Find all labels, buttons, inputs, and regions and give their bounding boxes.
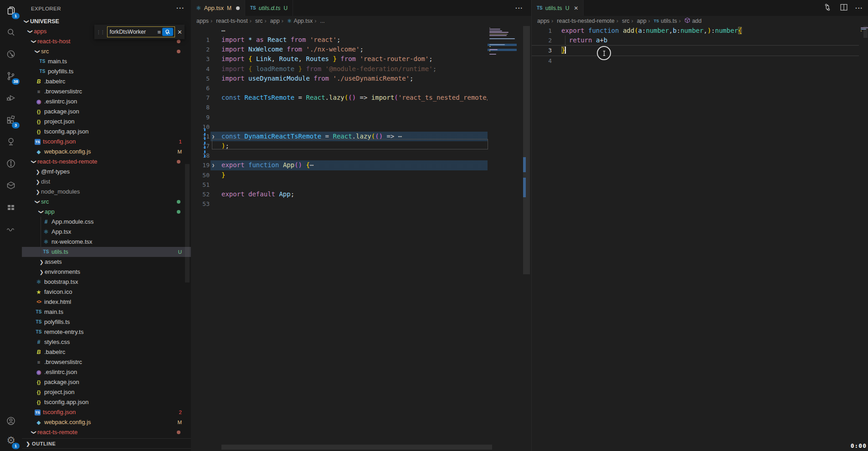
- chevron-icon[interactable]: ❯: [26, 28, 36, 35]
- code-line[interactable]: ⋯: [191, 26, 488, 35]
- filter-icon[interactable]: ≡: [158, 29, 161, 36]
- code-line[interactable]: 18: [191, 151, 488, 160]
- sidebar-scrollbar[interactable]: [185, 164, 190, 282]
- code-line[interactable]: 4: [532, 56, 859, 66]
- tree-item-environments[interactable]: ❯environments: [22, 267, 191, 277]
- tree-item-utils-ts[interactable]: TSutils.tsU: [22, 247, 191, 257]
- tree-item-styles-css[interactable]: #styles.css: [22, 337, 191, 347]
- breadcrumb-item[interactable]: app: [632, 18, 647, 24]
- code-line[interactable]: 3import { Link, Route, Routes } from 're…: [191, 54, 488, 64]
- settings-gear-icon[interactable]: ⚙ 1: [0, 430, 22, 451]
- code-line[interactable]: 19❯export function App() {⋯: [191, 160, 488, 170]
- tree-item--eslintrc-json[interactable]: ◉.eslintrc.json: [22, 367, 191, 377]
- tree-item--babelrc[interactable]: B.babelrc: [22, 347, 191, 357]
- tree-item-project-json[interactable]: {}project.json: [22, 387, 191, 397]
- account-icon[interactable]: [0, 410, 22, 431]
- tree-item-nx-welcome-tsx[interactable]: ⚛nx-welcome.tsx: [22, 237, 191, 247]
- breadcrumb-item[interactable]: react-ts-host: [211, 18, 248, 24]
- vertical-scrollbar[interactable]: [523, 26, 530, 274]
- close-tab-icon[interactable]: [574, 5, 578, 11]
- chevron-icon[interactable]: ❯: [29, 159, 39, 165]
- code-line[interactable]: 10: [191, 122, 488, 132]
- breadcrumb-item[interactable]: src: [616, 18, 630, 24]
- code-editor[interactable]: 1export function add(a:number,b:number,)…: [532, 26, 859, 66]
- tree-item-tsconfig-json[interactable]: TStsconfig.json2: [22, 407, 191, 417]
- breadcrumb-item[interactable]: add: [679, 17, 702, 25]
- vertical-scrollbar[interactable]: [863, 26, 868, 38]
- gitlens-icon[interactable]: [0, 153, 22, 174]
- chevron-icon[interactable]: ❯: [22, 18, 32, 25]
- extensions-icon[interactable]: 3: [0, 109, 22, 130]
- chevron-icon[interactable]: ❯: [33, 48, 43, 55]
- run-debug-icon[interactable]: [0, 87, 22, 108]
- tree-item-favicon-ico[interactable]: ★favicon.ico: [22, 287, 191, 297]
- tree-item-src[interactable]: ❯src: [22, 46, 191, 56]
- more-actions-icon[interactable]: [855, 5, 863, 12]
- breadcrumb-item[interactable]: TSutils.ts: [648, 18, 677, 24]
- explorer-icon[interactable]: 1: [0, 0, 22, 21]
- tab-app-tsx[interactable]: ⚛ App.tsx M: [191, 0, 245, 16]
- source-control-icon[interactable]: 38: [0, 66, 22, 87]
- nx-console-icon[interactable]: [0, 175, 22, 196]
- dirty-indicator-icon[interactable]: [236, 6, 240, 10]
- fuzzy-search-toggle[interactable]: [162, 28, 173, 36]
- code-line[interactable]: 2import NxWelcome from './nx-welcome';: [191, 45, 488, 54]
- code-line[interactable]: 9: [191, 113, 488, 122]
- breadcrumb-item[interactable]: apps: [537, 18, 550, 24]
- tree-item-index-html[interactable]: <>index.html: [22, 297, 191, 307]
- tree-item-package-json[interactable]: {}package.json: [22, 377, 191, 387]
- breadcrumb-item[interactable]: ...: [314, 18, 325, 24]
- breadcrumb-item[interactable]: react-ts-nested-remote: [551, 18, 615, 24]
- code-line[interactable]: 1export function add(a:number,b:number,)…: [532, 26, 859, 36]
- minimap[interactable]: [859, 26, 867, 163]
- tree-item-main-ts[interactable]: TSmain.ts: [22, 56, 191, 67]
- code-line[interactable]: 3}: [532, 45, 859, 56]
- tree-item-src[interactable]: ❯src: [22, 197, 191, 207]
- tree-item-tsconfig-app-json[interactable]: {}tsconfig.app.json: [22, 397, 191, 407]
- chevron-icon[interactable]: ❯: [35, 167, 41, 177]
- code-line[interactable]: 51: [191, 180, 488, 190]
- split-editor-icon[interactable]: [839, 2, 849, 14]
- code-line[interactable]: 1import * as React from 'react';: [191, 35, 488, 45]
- tree-item-webpack-config-js[interactable]: ◈webpack.config.jsM: [22, 147, 191, 157]
- drag-handle-icon[interactable]: ⋮⋮: [97, 30, 105, 35]
- chevron-icon[interactable]: ❯: [35, 177, 41, 187]
- outline-section[interactable]: ❯ OUTLINE: [22, 438, 191, 449]
- tree-item-assets[interactable]: ❯assets: [22, 257, 191, 267]
- tree-find-input[interactable]: [109, 28, 156, 36]
- code-editor[interactable]: ⋯1import * as React from 'react';2import…: [191, 26, 488, 209]
- breadcrumb-item[interactable]: apps: [196, 18, 209, 24]
- tree-item-dist[interactable]: ❯dist: [22, 177, 191, 187]
- code-line[interactable]: 8: [191, 102, 488, 112]
- search-icon[interactable]: [0, 22, 22, 43]
- tree-item--browserslistrc[interactable]: ≡.browserslistrc: [22, 357, 191, 367]
- horizontal-scrollbar[interactable]: [221, 445, 492, 450]
- tree-item-app-module-css[interactable]: #App.module.css: [22, 217, 191, 227]
- chevron-icon[interactable]: ❯: [38, 267, 45, 277]
- timeline-section[interactable]: ❯ TIMELINE: [22, 448, 191, 451]
- chevron-icon[interactable]: ❯: [36, 209, 46, 215]
- code-line[interactable]: 50}: [191, 170, 488, 180]
- tree-item-node-modules[interactable]: ❯node_modules: [22, 187, 191, 197]
- chevron-icon[interactable]: ❯: [38, 257, 45, 267]
- tree-item--babelrc[interactable]: B.babelrc: [22, 77, 191, 87]
- chevron-icon[interactable]: ❯: [29, 38, 39, 45]
- tree-item-package-json[interactable]: {}package.json: [22, 107, 191, 117]
- explorer-more-actions-icon[interactable]: [176, 0, 185, 16]
- tree-item-main-ts[interactable]: TSmain.ts: [22, 307, 191, 317]
- tree-item-app-tsx[interactable]: ⚛App.tsx: [22, 227, 191, 237]
- tree-item-polyfills-ts[interactable]: TSpolyfills.ts: [22, 317, 191, 327]
- tab-utils-ts[interactable]: TS utils.ts U: [532, 0, 584, 16]
- tree-item--eslintrc-json[interactable]: ◉.eslintrc.json: [22, 97, 191, 107]
- code-line[interactable]: 6: [191, 83, 488, 93]
- tree-item-bootstrap-tsx[interactable]: ⚛bootstrap.tsx: [22, 277, 191, 287]
- open-changes-icon[interactable]: [822, 2, 832, 14]
- code-line[interactable]: 4import { loadRemote } from '@module-fed…: [191, 64, 488, 74]
- commit-graph-icon[interactable]: [0, 44, 22, 65]
- tree-item-remote-entry-ts[interactable]: TSremote-entry.ts: [22, 327, 191, 337]
- tab-utils-d-ts[interactable]: TS utils.d.ts U: [245, 0, 293, 16]
- chevron-icon[interactable]: ❯: [33, 199, 43, 205]
- breadcrumb-item[interactable]: app: [265, 18, 280, 24]
- more-actions-icon[interactable]: [515, 5, 523, 12]
- tree-item-react-ts-nested-remote[interactable]: ❯react-ts-nested-remote: [22, 157, 191, 167]
